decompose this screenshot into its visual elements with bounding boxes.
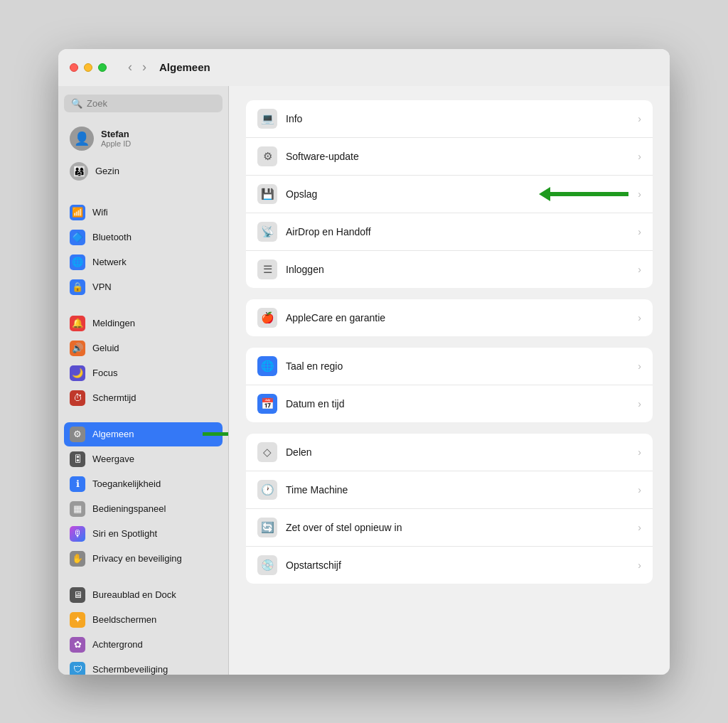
sidebar-section-network: 📶 Wifi 🔷 Bluetooth 🌐 Netwerk 🔒 VPN xyxy=(64,200,223,300)
close-button[interactable] xyxy=(70,63,78,72)
applecare-icon: 🍎 xyxy=(257,308,277,328)
sidebar-item-gezin[interactable]: 👨‍👩‍👧 Gezin xyxy=(64,158,223,185)
zet-over-icon: 🔄 xyxy=(257,518,277,537)
sidebar-item-meldingen[interactable]: 🔔 Meldingen xyxy=(64,311,223,336)
settings-row-opslag[interactable]: 💾 Opslag › xyxy=(246,176,653,213)
settings-row-label: AppleCare en garantie xyxy=(286,312,638,323)
sidebar-section-more: 🖥 Bureaublad en Dock ✦ Beeldschermen ✿ A… xyxy=(64,583,223,675)
settings-row-label: Zet over of stel opnieuw in xyxy=(286,522,638,533)
chevron-icon: › xyxy=(638,188,641,200)
settings-row-label: Info xyxy=(286,113,638,124)
sidebar-item-beeldschermen[interactable]: ✦ Beeldschermen xyxy=(64,608,223,632)
wifi-icon: 📶 xyxy=(70,205,85,220)
algemeen-icon: ⚙ xyxy=(70,427,85,442)
sidebar-section-system: ⚙ Algemeen 🎛 Weergave ℹ Toegankelijkheid xyxy=(64,422,223,572)
chevron-icon: › xyxy=(638,264,641,275)
sidebar-label: Algemeen xyxy=(92,429,134,439)
privacy-icon: ✋ xyxy=(70,551,85,567)
schermbeveiliging-icon: 🛡 xyxy=(70,662,85,675)
chevron-icon: › xyxy=(638,113,641,124)
sidebar-item-bureaublad[interactable]: 🖥 Bureaublad en Dock xyxy=(64,583,223,607)
sidebar-item-achtergrond[interactable]: ✿ Achtergrond xyxy=(64,633,223,657)
settings-row-delen[interactable]: ◇ Delen › xyxy=(246,434,653,471)
settings-group-4: ◇ Delen › 🕐 Time Machine › 🔄 Zet over of… xyxy=(246,434,653,584)
sidebar-item-schermtijd[interactable]: ⏱ Schermtijd xyxy=(64,386,223,410)
sidebar-label: Beeldschermen xyxy=(92,614,156,625)
sidebar-label: Siri en Spotlight xyxy=(92,528,157,539)
opstartschijf-icon: 💿 xyxy=(257,555,277,575)
sidebar-item-wifi[interactable]: 📶 Wifi xyxy=(64,200,223,225)
sidebar-label: Meldingen xyxy=(92,318,135,328)
user-sub: Apple ID xyxy=(101,139,131,148)
taal-icon: 🌐 xyxy=(257,356,277,376)
weergave-icon: 🎛 xyxy=(70,451,85,467)
sidebar-item-siri[interactable]: 🎙 Siri en Spotlight xyxy=(64,522,223,546)
sidebar-label: Toegankelijkheid xyxy=(92,478,161,489)
sidebar-label: Weergave xyxy=(92,454,134,464)
sidebar-label: Privacy en beveiliging xyxy=(92,553,182,564)
delen-icon: ◇ xyxy=(257,442,277,462)
sidebar-item-algemeen[interactable]: ⚙ Algemeen xyxy=(64,422,223,446)
sidebar-label: Netwerk xyxy=(92,257,127,267)
sidebar-item-vpn[interactable]: 🔒 VPN xyxy=(64,275,223,299)
settings-row-applecare[interactable]: 🍎 AppleCare en garantie › xyxy=(246,299,653,336)
sidebar-item-privacy[interactable]: ✋ Privacy en beveiliging xyxy=(64,547,223,571)
chevron-icon: › xyxy=(638,398,641,409)
sidebar-label: Schermtijd xyxy=(92,392,136,403)
settings-row-info[interactable]: 💻 Info › xyxy=(246,100,653,138)
forward-button[interactable]: › xyxy=(138,58,151,76)
beeldschermen-icon: ✦ xyxy=(70,612,85,628)
chevron-icon: › xyxy=(638,360,641,372)
settings-row-inloggen[interactable]: ☰ Inloggen › xyxy=(246,251,653,288)
bluetooth-icon: 🔷 xyxy=(70,230,85,245)
meldingen-icon: 🔔 xyxy=(70,316,85,331)
settings-row-opstartschijf[interactable]: 💿 Opstartschijf › xyxy=(246,547,653,584)
netwerk-icon: 🌐 xyxy=(70,255,85,270)
gezin-label: Gezin xyxy=(95,166,119,176)
sidebar-item-weergave[interactable]: 🎛 Weergave xyxy=(64,447,223,471)
settings-row-taal[interactable]: 🌐 Taal en regio › xyxy=(246,348,653,385)
vpn-icon: 🔒 xyxy=(70,279,85,295)
timemachine-icon: 🕐 xyxy=(257,480,277,500)
sidebar-item-toegankelijkheid[interactable]: ℹ Toegankelijkheid xyxy=(64,472,223,496)
chevron-icon: › xyxy=(638,484,641,496)
sidebar: 🔍 👤 Stefan Apple ID 👨‍👩‍👧 Gezin xyxy=(58,86,229,675)
chevron-icon: › xyxy=(638,522,641,533)
settings-row-label: AirDrop en Handoff xyxy=(286,226,638,237)
settings-row-timemachine[interactable]: 🕐 Time Machine › xyxy=(246,471,653,509)
sidebar-label: Bluetooth xyxy=(92,232,132,242)
settings-row-airdrop[interactable]: 📡 AirDrop en Handoff › xyxy=(246,213,653,251)
settings-row-label: Delen xyxy=(286,446,638,458)
siri-icon: 🎙 xyxy=(70,526,85,542)
sidebar-label: Schermbeveiliging xyxy=(92,664,168,675)
back-button[interactable]: ‹ xyxy=(124,58,136,76)
sidebar-label: Geluid xyxy=(92,343,119,353)
schermtijd-icon: ⏱ xyxy=(70,390,85,406)
settings-row-zet-over[interactable]: 🔄 Zet over of stel opnieuw in › xyxy=(246,509,653,547)
sidebar-item-focus[interactable]: 🌙 Focus xyxy=(64,361,223,385)
chevron-icon: › xyxy=(638,226,641,237)
settings-row-datum[interactable]: 📅 Datum en tijd › xyxy=(246,385,653,422)
minimize-button[interactable] xyxy=(84,63,92,72)
settings-row-software-update[interactable]: ⚙ Software-update › xyxy=(246,138,653,176)
sidebar-item-geluid[interactable]: 🔊 Geluid xyxy=(64,336,223,360)
user-info: Stefan Apple ID xyxy=(101,129,131,148)
sidebar-label: Focus xyxy=(92,368,117,378)
user-section[interactable]: 👤 Stefan Apple ID xyxy=(64,122,223,155)
chevron-icon: › xyxy=(638,559,641,571)
search-bar[interactable]: 🔍 xyxy=(64,95,223,112)
sidebar-item-netwerk[interactable]: 🌐 Netwerk xyxy=(64,250,223,274)
sidebar-label: VPN xyxy=(92,282,112,292)
settings-row-label: Software-update xyxy=(286,151,638,162)
airdrop-icon: 📡 xyxy=(257,222,277,242)
bureaublad-icon: 🖥 xyxy=(70,587,85,603)
sidebar-item-bluetooth[interactable]: 🔷 Bluetooth xyxy=(64,225,223,250)
settings-row-label: Opstartschijf xyxy=(286,559,638,571)
sidebar-item-schermbeveiliging[interactable]: 🛡 Schermbeveiliging xyxy=(64,658,223,675)
opslag-icon: 💾 xyxy=(257,184,277,204)
sidebar-item-bedieningspaneel[interactable]: ▦ Bedieningspaneel xyxy=(64,497,223,521)
sidebar-section-notifications: 🔔 Meldingen 🔊 Geluid 🌙 Focus ⏱ Schermtij… xyxy=(64,311,223,411)
maximize-button[interactable] xyxy=(98,63,107,72)
gezin-avatar: 👨‍👩‍👧 xyxy=(70,162,88,181)
search-input[interactable] xyxy=(87,98,215,109)
